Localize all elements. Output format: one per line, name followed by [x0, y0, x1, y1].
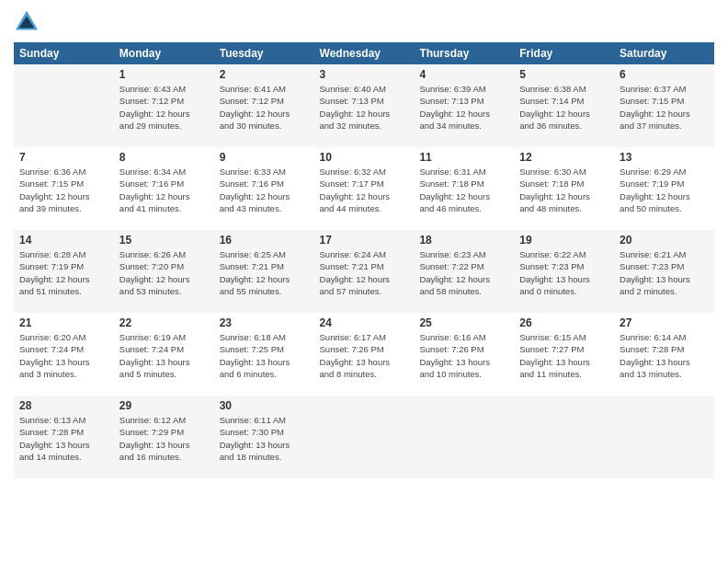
day-info: Sunrise: 6:30 AM Sunset: 7:18 PM Dayligh… — [519, 166, 609, 214]
day-info: Sunrise: 6:37 AM Sunset: 7:15 PM Dayligh… — [620, 83, 709, 132]
week-row-3: 14Sunrise: 6:28 AM Sunset: 7:19 PM Dayli… — [14, 230, 714, 313]
day-info: Sunrise: 6:36 AM Sunset: 7:15 PM Dayligh… — [19, 166, 108, 214]
day-cell-22: 22Sunrise: 6:19 AM Sunset: 7:24 PM Dayli… — [114, 313, 214, 396]
day-cell-33 — [514, 396, 614, 478]
day-cell-19: 19Sunrise: 6:22 AM Sunset: 7:23 PM Dayli… — [514, 230, 614, 313]
day-info: Sunrise: 6:31 AM Sunset: 7:18 PM Dayligh… — [419, 166, 508, 214]
header-day-monday: Monday — [114, 42, 214, 64]
day-number: 14 — [19, 234, 108, 247]
day-info: Sunrise: 6:39 AM Sunset: 7:13 PM Dayligh… — [419, 83, 508, 132]
day-info: Sunrise: 6:15 AM Sunset: 7:27 PM Dayligh… — [519, 331, 609, 380]
day-cell-10: 10Sunrise: 6:32 AM Sunset: 7:17 PM Dayli… — [314, 147, 415, 230]
day-info: Sunrise: 6:20 AM Sunset: 7:24 PM Dayligh… — [19, 331, 108, 380]
day-number: 30 — [220, 399, 309, 412]
logo — [14, 9, 43, 35]
day-info: Sunrise: 6:17 AM Sunset: 7:26 PM Dayligh… — [320, 331, 409, 380]
day-cell-16: 16Sunrise: 6:25 AM Sunset: 7:21 PM Dayli… — [214, 230, 314, 313]
header-day-friday: Friday — [514, 42, 614, 64]
day-info: Sunrise: 6:18 AM Sunset: 7:25 PM Dayligh… — [220, 331, 309, 380]
day-cell-1: 1Sunrise: 6:43 AM Sunset: 7:12 PM Daylig… — [114, 64, 214, 147]
week-row-4: 21Sunrise: 6:20 AM Sunset: 7:24 PM Dayli… — [14, 313, 714, 396]
day-info: Sunrise: 6:41 AM Sunset: 7:12 PM Dayligh… — [220, 83, 309, 132]
day-info: Sunrise: 6:22 AM Sunset: 7:23 PM Dayligh… — [519, 248, 609, 297]
day-number: 22 — [119, 316, 209, 329]
day-cell-32 — [414, 396, 514, 478]
day-cell-21: 21Sunrise: 6:20 AM Sunset: 7:24 PM Dayli… — [14, 313, 114, 396]
day-number: 8 — [119, 151, 209, 164]
day-cell-11: 11Sunrise: 6:31 AM Sunset: 7:18 PM Dayli… — [414, 147, 514, 230]
day-cell-4: 4Sunrise: 6:39 AM Sunset: 7:13 PM Daylig… — [414, 64, 514, 147]
day-number: 7 — [19, 151, 108, 164]
day-cell-2: 2Sunrise: 6:41 AM Sunset: 7:12 PM Daylig… — [214, 64, 314, 147]
day-number: 28 — [19, 399, 108, 412]
day-cell-0 — [14, 64, 114, 147]
day-info: Sunrise: 6:12 AM Sunset: 7:29 PM Dayligh… — [119, 414, 209, 463]
day-info: Sunrise: 6:33 AM Sunset: 7:16 PM Dayligh… — [220, 166, 309, 214]
header-day-sunday: Sunday — [14, 42, 114, 64]
day-number: 17 — [320, 234, 409, 247]
header — [14, 9, 714, 35]
day-number: 21 — [19, 316, 108, 329]
day-cell-25: 25Sunrise: 6:16 AM Sunset: 7:26 PM Dayli… — [414, 313, 514, 396]
day-number: 20 — [620, 234, 709, 247]
day-info: Sunrise: 6:21 AM Sunset: 7:23 PM Dayligh… — [620, 248, 709, 297]
day-cell-31 — [314, 396, 415, 478]
header-day-tuesday: Tuesday — [214, 42, 314, 64]
day-info: Sunrise: 6:14 AM Sunset: 7:28 PM Dayligh… — [620, 331, 709, 380]
day-info: Sunrise: 6:16 AM Sunset: 7:26 PM Dayligh… — [419, 331, 508, 380]
day-info: Sunrise: 6:23 AM Sunset: 7:22 PM Dayligh… — [419, 248, 508, 297]
day-number: 25 — [419, 316, 508, 329]
header-day-wednesday: Wednesday — [314, 42, 415, 64]
day-info: Sunrise: 6:19 AM Sunset: 7:24 PM Dayligh… — [119, 331, 209, 380]
day-number: 9 — [220, 151, 309, 164]
calendar-table: SundayMondayTuesdayWednesdayThursdayFrid… — [14, 42, 714, 478]
header-day-thursday: Thursday — [414, 42, 514, 64]
day-cell-29: 29Sunrise: 6:12 AM Sunset: 7:29 PM Dayli… — [114, 396, 214, 478]
day-number: 11 — [419, 151, 508, 164]
day-info: Sunrise: 6:38 AM Sunset: 7:14 PM Dayligh… — [519, 83, 609, 132]
day-number: 10 — [320, 151, 409, 164]
day-info: Sunrise: 6:34 AM Sunset: 7:16 PM Dayligh… — [119, 166, 209, 214]
day-cell-28: 28Sunrise: 6:13 AM Sunset: 7:28 PM Dayli… — [14, 396, 114, 478]
day-number: 6 — [620, 68, 709, 81]
day-number: 19 — [519, 234, 609, 247]
day-cell-20: 20Sunrise: 6:21 AM Sunset: 7:23 PM Dayli… — [614, 230, 714, 313]
day-number: 27 — [620, 316, 709, 329]
day-cell-13: 13Sunrise: 6:29 AM Sunset: 7:19 PM Dayli… — [614, 147, 714, 230]
day-info: Sunrise: 6:11 AM Sunset: 7:30 PM Dayligh… — [220, 414, 309, 463]
day-info: Sunrise: 6:24 AM Sunset: 7:21 PM Dayligh… — [320, 248, 409, 297]
day-number: 29 — [119, 399, 209, 412]
day-info: Sunrise: 6:29 AM Sunset: 7:19 PM Dayligh… — [620, 166, 709, 214]
day-cell-34 — [614, 396, 714, 478]
day-number: 18 — [419, 234, 508, 247]
day-cell-5: 5Sunrise: 6:38 AM Sunset: 7:14 PM Daylig… — [514, 64, 614, 147]
logo-icon — [14, 9, 40, 35]
day-info: Sunrise: 6:28 AM Sunset: 7:19 PM Dayligh… — [19, 248, 108, 297]
week-row-2: 7Sunrise: 6:36 AM Sunset: 7:15 PM Daylig… — [14, 147, 714, 230]
day-number: 24 — [320, 316, 409, 329]
day-info: Sunrise: 6:26 AM Sunset: 7:20 PM Dayligh… — [119, 248, 209, 297]
day-number: 2 — [220, 68, 309, 81]
header-row: SundayMondayTuesdayWednesdayThursdayFrid… — [14, 42, 714, 64]
day-cell-26: 26Sunrise: 6:15 AM Sunset: 7:27 PM Dayli… — [514, 313, 614, 396]
day-cell-14: 14Sunrise: 6:28 AM Sunset: 7:19 PM Dayli… — [14, 230, 114, 313]
day-cell-8: 8Sunrise: 6:34 AM Sunset: 7:16 PM Daylig… — [114, 147, 214, 230]
day-cell-23: 23Sunrise: 6:18 AM Sunset: 7:25 PM Dayli… — [214, 313, 314, 396]
day-number: 4 — [419, 68, 508, 81]
day-info: Sunrise: 6:25 AM Sunset: 7:21 PM Dayligh… — [220, 248, 309, 297]
day-number: 3 — [320, 68, 409, 81]
day-cell-9: 9Sunrise: 6:33 AM Sunset: 7:16 PM Daylig… — [214, 147, 314, 230]
week-row-1: 1Sunrise: 6:43 AM Sunset: 7:12 PM Daylig… — [14, 64, 714, 147]
day-info: Sunrise: 6:32 AM Sunset: 7:17 PM Dayligh… — [320, 166, 409, 214]
day-number: 12 — [519, 151, 609, 164]
day-number: 5 — [519, 68, 609, 81]
week-row-5: 28Sunrise: 6:13 AM Sunset: 7:28 PM Dayli… — [14, 396, 714, 478]
day-cell-7: 7Sunrise: 6:36 AM Sunset: 7:15 PM Daylig… — [14, 147, 114, 230]
page: SundayMondayTuesdayWednesdayThursdayFrid… — [0, 0, 728, 563]
day-cell-15: 15Sunrise: 6:26 AM Sunset: 7:20 PM Dayli… — [114, 230, 214, 313]
day-info: Sunrise: 6:13 AM Sunset: 7:28 PM Dayligh… — [19, 414, 108, 463]
day-cell-6: 6Sunrise: 6:37 AM Sunset: 7:15 PM Daylig… — [614, 64, 714, 147]
day-number: 16 — [220, 234, 309, 247]
day-cell-30: 30Sunrise: 6:11 AM Sunset: 7:30 PM Dayli… — [214, 396, 314, 478]
day-cell-3: 3Sunrise: 6:40 AM Sunset: 7:13 PM Daylig… — [314, 64, 415, 147]
